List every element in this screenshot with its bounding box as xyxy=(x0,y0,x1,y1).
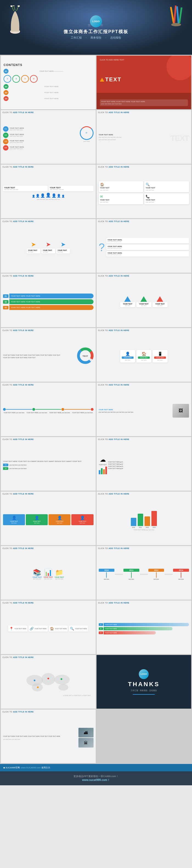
svg-point-5 xyxy=(13,5,15,6)
slide-label-19: CLICK TO ADD TITLE IN HERE xyxy=(1,546,96,550)
slide-question: CLICK TO ADD TITLE IN HERE ? YOUR TEXT H… xyxy=(97,219,191,273)
svg-point-22 xyxy=(34,680,35,681)
slide-icon-boxes: CLICK TO ADD TITLE IN HERE 👤 YOUR TEXT t… xyxy=(97,328,191,382)
bottom-footer: 更多精品PPT素材都在一苏CA999.com！ www.sucat999.com… xyxy=(0,771,192,785)
svg-point-11 xyxy=(171,23,181,26)
svg-point-24 xyxy=(61,678,62,680)
logo-circle: LOGO xyxy=(90,16,102,27)
svg-point-25 xyxy=(37,686,39,688)
slide-photo-text: CLICK TO ADD TITLE IN HERE YOUR TEXT HER… xyxy=(97,382,191,436)
header-content: LOGO 微立体商务工作汇报PPT模板 工作汇报 · 商务报告 · 总结报告 xyxy=(64,16,128,40)
slide-steps: CLICK TO ADD TITLE IN HERE 01 YOUR TEXT … xyxy=(1,110,96,164)
world-map-svg xyxy=(21,671,76,695)
header-title: 微立体商务工作汇报PPT模板 xyxy=(64,29,128,35)
slides-grid: CONTENTS 01 YOUR TEXT HERE ──────── ① ② … xyxy=(0,55,192,764)
slide-arrows: CLICK TO ADD TITLE IN HERE ➤ YOUR TEXT t… xyxy=(1,219,96,273)
slide-label-14: CLICK TO ADD TITLE IN HERE xyxy=(97,382,191,386)
slide-label-5: CLICK TO ADD TITLE IN HERE xyxy=(1,164,96,168)
slide-red-cover: CLICK TO ADD HERE TEXT TEXT YOUR TEXT HE… xyxy=(97,56,191,109)
red-slide-label: CLICK TO ADD HERE TEXT xyxy=(100,59,188,61)
contents-item-1: 01 YOUR TEXT HERE ──────── xyxy=(4,69,93,74)
slide-thanks-dark: LOGO THANKS 工作汇报 · 商务报告 · 总结报告 xyxy=(97,655,191,709)
svg-text:TEXT: TEXT xyxy=(82,355,88,357)
slide-city-photo: CLICK TO ADD TITLE IN HERE YOUR TEXT HER… xyxy=(1,709,96,763)
slide-label-11: CLICK TO ADD TITLE IN HERE xyxy=(1,328,96,332)
slide-cloud-chart: CLICK TO ADD TITLE IN HERE ☁ YOUR TEXT Y… xyxy=(97,437,191,491)
slide-triangles: CLICK TO ADD TITLE IN HERE YOUR TEXT tex… xyxy=(97,274,191,327)
thanks-subtitle: 工作汇报 · 商务报告 · 总结报告 xyxy=(131,689,157,692)
slide-timeline-years: CLICK TO ADD TITLE IN HERE 2010 text her… xyxy=(97,546,191,600)
slide-label-20: CLICK TO ADD TITLE IN HERE xyxy=(97,546,191,550)
slide-ribbons: CLICK TO ADD TITLE IN HERE 01 YOUR TEXT … xyxy=(1,274,96,327)
header-section: LOGO 微立体商务工作汇报PPT模板 工作汇报 · 商务报告 · 总结报告 营… xyxy=(0,0,192,55)
footer-left: ◆ SUCA999官网: www.SUCA999.com 使用文示 xyxy=(3,766,50,769)
slide-map-icons: CLICK TO ADD TITLE IN HERE 📍 YOUR TEXT H… xyxy=(1,600,96,654)
slide-label-city: CLICK TO ADD TITLE IN HERE xyxy=(1,709,96,713)
header-subtitle: 工作汇报 · 商务报告 · 总结报告 xyxy=(64,36,128,40)
bottom-footer-text: 更多精品PPT素材都在一苏CA999.com！ xyxy=(3,775,189,778)
svg-point-4 xyxy=(10,5,12,7)
slide-label-15: CLICK TO ADD TITLE IN HERE xyxy=(1,437,96,441)
footer-bar: ◆ SUCA999官网: www.SUCA999.com 使用文示 xyxy=(0,764,192,771)
slide-label-6: CLICK TO ADD TITLE IN HERE xyxy=(97,164,191,168)
slide-contents: CONTENTS 01 YOUR TEXT HERE ──────── ① ② … xyxy=(1,56,96,109)
slide-bar-chart: CLICK TO ADD TITLE IN HERE 2010 2011 201… xyxy=(97,492,191,545)
slide-team: CLICK TO ADD TITLE IN HERE YOUR TEXT you… xyxy=(1,164,96,218)
decorative-pencils xyxy=(167,4,184,29)
svg-point-6 xyxy=(18,5,20,7)
slide-text-big: CLICK TO ADD TITLE IN HERE YOUR TEXT HER… xyxy=(97,110,191,164)
slide-world-map: CLICK TO ADD TITLE IN HERE ● YOUR TEXT ●… xyxy=(1,655,96,709)
slide-pie-text: CLICK TO ADD TITLE IN HERE YOUR TEXT HER… xyxy=(1,328,96,382)
thanks-title: THANKS xyxy=(128,681,160,688)
slide-label-23: CLICK TO ADD TITLE IN HERE xyxy=(1,655,96,659)
svg-rect-10 xyxy=(179,7,183,23)
svg-point-21 xyxy=(58,684,68,690)
slide-label-17: CLICK TO ADD TITLE IN HERE xyxy=(1,492,96,495)
decorative-vase xyxy=(8,5,22,33)
slide-label-4: CLICK TO ADD TITLE IN HERE xyxy=(97,110,191,114)
slide-label-3: CLICK TO ADD TITLE IN HERE xyxy=(1,110,96,114)
slide-label-18: CLICK TO ADD TITLE IN HERE xyxy=(97,492,191,495)
svg-point-23 xyxy=(48,678,49,679)
ci-num-1: 01 xyxy=(4,69,8,74)
svg-rect-9 xyxy=(176,6,179,23)
logo-text: LOGO xyxy=(92,20,100,23)
slide-label-16: CLICK TO ADD TITLE IN HERE xyxy=(97,437,191,441)
slide-label-21: CLICK TO ADD TITLE IN HERE xyxy=(1,600,96,604)
slide-label-13: CLICK TO ADD TITLE IN HERE xyxy=(1,382,96,386)
slide-label-7: CLICK TO ADD TITLE IN HERE xyxy=(1,219,96,223)
slide-label-8: CLICK TO ADD TITLE IN HERE xyxy=(97,219,191,223)
slide-person-icons: CLICK TO ADD TITLE IN HERE 👤 YOUR TEXT t… xyxy=(1,492,96,545)
slide-timeline-dots: CLICK TO ADD TITLE IN HERE YOUR TEXT HER… xyxy=(1,382,96,436)
slide-label-12: CLICK TO ADD TITLE IN HERE xyxy=(97,328,191,332)
svg-line-2 xyxy=(14,5,15,10)
thanks-logo: LOGO xyxy=(139,669,149,679)
contents-title: CONTENTS xyxy=(4,63,23,66)
bottom-footer-link[interactable]: www.sucat999.com！ xyxy=(3,778,189,782)
svg-rect-8 xyxy=(173,5,176,23)
slide-cards: CLICK TO ADD TITLE IN HERE 🏠 YOUR TEXT y… xyxy=(97,164,191,218)
slide-steps-colored: CLICK TO ADD TITLE IN HERE 1 YOUR TEXT H… xyxy=(97,600,191,654)
slide-long-text: CLICK TO ADD TITLE IN HERE YOUR TEXT HER… xyxy=(1,437,96,491)
slide-label-22: CLICK TO ADD TITLE IN HERE xyxy=(97,600,191,604)
slide-3d-icons-a: CLICK TO ADD TITLE IN HERE 📚 YOUR TEXT t… xyxy=(1,546,96,600)
slide-label-9: CLICK TO ADD TITLE IN HERE xyxy=(1,274,96,277)
slide-label-10: CLICK TO ADD TITLE IN HERE xyxy=(97,274,191,277)
footer-left-link[interactable]: www.SUCA999.com xyxy=(21,767,40,769)
